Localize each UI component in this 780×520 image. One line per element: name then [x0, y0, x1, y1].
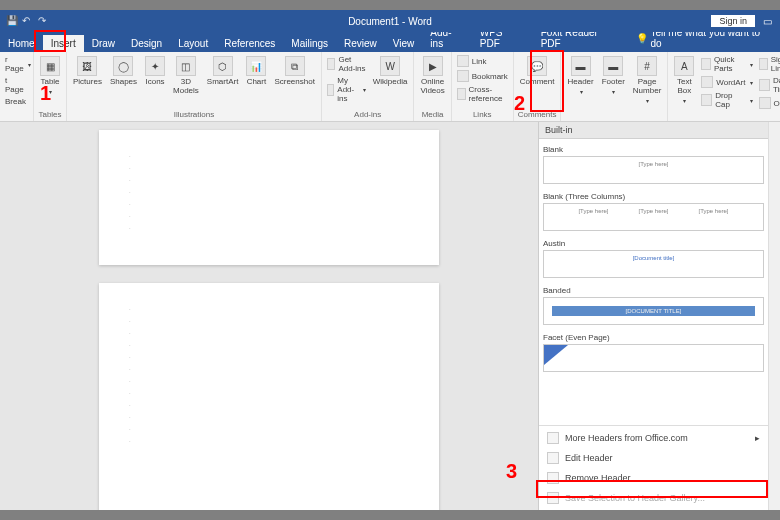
signature-button[interactable]: Signature Line▾: [758, 54, 781, 74]
pictures-icon: 🖼: [77, 56, 97, 76]
footer-button[interactable]: ▬Footer▾: [600, 54, 627, 97]
icons-button[interactable]: ✦Icons: [143, 54, 167, 89]
table-icon: ▦: [40, 56, 60, 76]
ribbon: r Page▾ t Page Break ▦Table▾ Tables 🖼Pic…: [0, 52, 780, 122]
get-addins-button[interactable]: Get Add-ins: [326, 54, 367, 74]
page[interactable]: ·······: [99, 130, 439, 265]
vertical-scrollbar[interactable]: [768, 122, 780, 510]
title-bar: 💾 ↶ ↷ Document1 - Word Sign in ▭: [0, 10, 780, 32]
screenshot-icon: ⧉: [285, 56, 305, 76]
dropcap-button[interactable]: Drop Cap▾: [700, 90, 753, 110]
save-icon[interactable]: 💾: [6, 15, 18, 27]
cube-icon: ◫: [176, 56, 196, 76]
tab-home[interactable]: Home: [0, 35, 43, 52]
wordart-button[interactable]: WordArt▾: [700, 75, 753, 89]
screenshot-button[interactable]: ⧉Screenshot: [272, 54, 316, 89]
redo-icon[interactable]: ↷: [38, 15, 50, 27]
ribbon-tabs: Home Insert Draw Design Layout Reference…: [0, 32, 780, 52]
remove-icon: [547, 472, 559, 484]
icons-icon: ✦: [145, 56, 165, 76]
link-icon: [457, 55, 469, 67]
crossref-button[interactable]: Cross-reference: [456, 84, 509, 104]
shapes-button[interactable]: ◯Shapes: [108, 54, 139, 89]
tab-insert[interactable]: Insert: [43, 35, 84, 52]
bookmark-icon: [457, 70, 469, 82]
gallery-section-header: Built-in: [539, 122, 768, 139]
chart-icon: 📊: [246, 56, 266, 76]
textbox-button[interactable]: AText Box▾: [672, 54, 696, 106]
bulb-icon: 💡: [636, 33, 648, 44]
save-gallery-icon: [547, 492, 559, 504]
wikipedia-button[interactable]: WWikipedia: [371, 54, 410, 89]
online-video-button[interactable]: ▶Online Videos: [418, 54, 446, 98]
more-headers-menu[interactable]: More Headers from Office.com▸: [539, 428, 768, 448]
smartart-icon: ⬡: [213, 56, 233, 76]
header-icon: ▬: [571, 56, 591, 76]
comment-button[interactable]: 💬Comment: [518, 54, 557, 89]
document-title: Document1 - Word: [348, 16, 432, 27]
page-break-button[interactable]: Break: [4, 96, 29, 107]
object-icon: [759, 97, 771, 109]
gallery-item-blank[interactable]: Blank [Type here]: [543, 143, 764, 184]
wordart-icon: [701, 76, 713, 88]
addins-icon: [327, 84, 334, 96]
gallery-item-austin[interactable]: Austin [Document title]: [543, 237, 764, 278]
store-icon: [327, 58, 336, 70]
datetime-button[interactable]: Date & Time: [758, 75, 781, 95]
tab-draw[interactable]: Draw: [84, 35, 123, 52]
signature-icon: [759, 58, 768, 70]
dropcap-icon: [701, 94, 712, 106]
cover-page-button[interactable]: r Page▾: [4, 54, 29, 74]
video-icon: ▶: [423, 56, 443, 76]
tab-references[interactable]: References: [216, 35, 283, 52]
datetime-icon: [759, 79, 770, 91]
gallery-item-facet[interactable]: Facet (Even Page): [543, 331, 764, 372]
my-addins-button[interactable]: My Add-ins▾: [326, 75, 367, 104]
ribbon-options-icon[interactable]: ▭: [763, 16, 772, 27]
comment-icon: 💬: [527, 56, 547, 76]
header-button[interactable]: ▬Header▾: [565, 54, 595, 97]
blank-page-button[interactable]: t Page: [4, 75, 29, 95]
undo-icon[interactable]: ↶: [22, 15, 34, 27]
smartart-button[interactable]: ⬡SmartArt: [205, 54, 241, 89]
footer-icon: ▬: [603, 56, 623, 76]
tab-design[interactable]: Design: [123, 35, 170, 52]
edit-icon: [547, 452, 559, 464]
shapes-icon: ◯: [113, 56, 133, 76]
crossref-icon: [457, 88, 466, 100]
office-icon: [547, 432, 559, 444]
pagenum-icon: #: [637, 56, 657, 76]
chart-button[interactable]: 📊Chart: [244, 54, 268, 89]
wikipedia-icon: W: [380, 56, 400, 76]
gallery-item-banded[interactable]: Banded [DOCUMENT TITLE]: [543, 284, 764, 325]
remove-header-menu[interactable]: Remove Header: [539, 468, 768, 488]
tab-review[interactable]: Review: [336, 35, 385, 52]
header-gallery: Built-in Blank [Type here] Blank (Three …: [538, 122, 768, 510]
quickparts-icon: [701, 58, 711, 70]
tab-mailings[interactable]: Mailings: [283, 35, 336, 52]
link-button[interactable]: Link: [456, 54, 509, 68]
pictures-button[interactable]: 🖼Pictures: [71, 54, 104, 89]
tab-layout[interactable]: Layout: [170, 35, 216, 52]
tab-view[interactable]: View: [385, 35, 423, 52]
sign-in-button[interactable]: Sign in: [711, 15, 755, 27]
gallery-item-blank3col[interactable]: Blank (Three Columns) [Type here][Type h…: [543, 190, 764, 231]
edit-header-menu[interactable]: Edit Header: [539, 448, 768, 468]
table-button[interactable]: ▦Table▾: [38, 54, 62, 97]
save-header-menu: Save Selection to Header Gallery...: [539, 488, 768, 508]
page[interactable]: ············: [99, 283, 439, 510]
quickparts-button[interactable]: Quick Parts▾: [700, 54, 753, 74]
document-canvas: ······· ············ Built-in Blank [Typ…: [0, 122, 780, 510]
bookmark-button[interactable]: Bookmark: [456, 69, 509, 83]
object-button[interactable]: Object▾: [758, 96, 781, 110]
3dmodels-button[interactable]: ◫3D Models: [171, 54, 201, 98]
page-number-button[interactable]: #Page Number▾: [631, 54, 663, 106]
textbox-icon: A: [674, 56, 694, 76]
